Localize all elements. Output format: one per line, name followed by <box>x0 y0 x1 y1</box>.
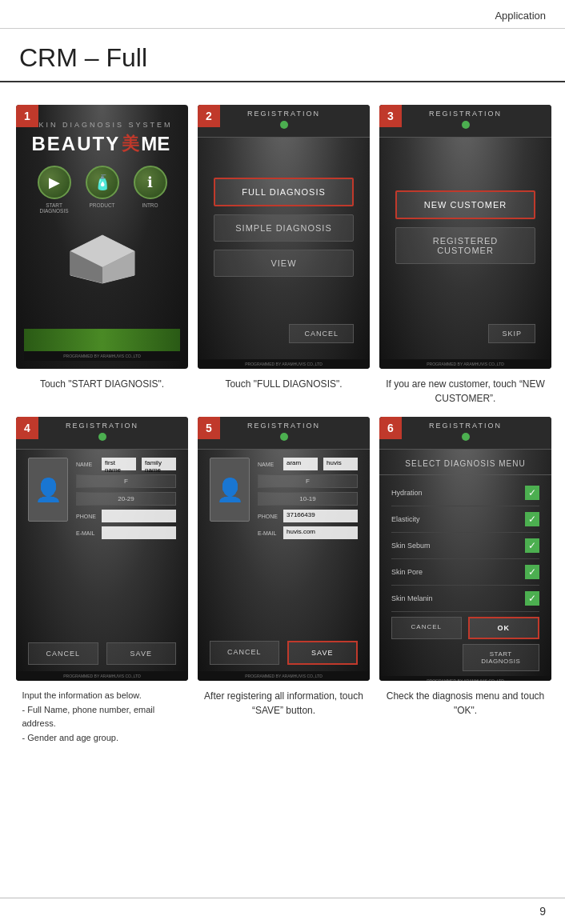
screen4-content: REGISTRATION 👤 NAME first name family na… <box>16 417 188 681</box>
programmed-6: PROGRAMMED BY ARAMHUVIS CO.,LTD <box>379 676 551 681</box>
screenshot-col-2: 2 REGISTRATION FULL DIAGNOSIS SIMPLE DIA… <box>198 105 370 406</box>
diag-ok-btn[interactable]: OK <box>468 617 540 639</box>
cancel-btn-2[interactable]: CANCEL <box>289 324 354 343</box>
chinese-char: 美 <box>122 132 139 156</box>
cube-svg <box>66 231 138 287</box>
avatar-empty: 👤 <box>28 458 68 522</box>
screen2-top-bar: REGISTRATION <box>198 105 370 138</box>
phone-row-5: PHONE 37166439 <box>258 510 358 522</box>
diagnosis-icon: ▶ <box>38 166 71 199</box>
diag-item-hydration: Hydration ✓ <box>391 480 539 506</box>
skin-diag-label: SKIN DIAGNOSIS SYSTEM <box>31 121 172 129</box>
green-dot-5 <box>280 433 288 441</box>
email-input-4[interactable] <box>102 526 176 539</box>
programmed-5: PROGRAMMED BY ARAMHUVIS CO.,LTD <box>198 671 370 681</box>
form-btns-5: CANCEL SAVE <box>198 634 370 671</box>
family-name-input-4[interactable]: family name <box>142 458 176 470</box>
caption-2: Touch "FULL DIAGNOSIS". <box>225 377 342 391</box>
screenshot-col-4: 4 REGISTRATION 👤 NAME first name <box>16 417 188 745</box>
gender-value-5: F <box>258 474 358 488</box>
first-name-input-5[interactable]: aram <box>283 458 318 470</box>
programmed-3: PROGRAMMED BY ARAMHUVIS CO.,LTD <box>379 359 551 369</box>
green-dot-4 <box>98 433 106 441</box>
cube-container <box>66 231 138 287</box>
diag-start-btn[interactable]: STARTDIAGNOSIS <box>463 644 540 671</box>
screen-4: 4 REGISTRATION 👤 NAME first name <box>16 417 188 681</box>
programmed-1: PROGRAMMED BY ARAMHUVIS CO.,LTD <box>24 351 180 361</box>
cancel-btn-4[interactable]: CANCEL <box>28 642 98 665</box>
name-label-4: NAME <box>76 462 98 467</box>
avatar-icon-5: 👤 <box>216 477 244 503</box>
me-word: ME <box>141 133 170 155</box>
family-name-input-5[interactable]: huvis <box>323 458 358 470</box>
icon-btn-product[interactable]: 🧴 PRODUCT <box>86 166 119 214</box>
menu-buttons-3: NEW CUSTOMER REGISTERED CUSTOMER <box>379 138 551 316</box>
caption-4-line1: - Full Name, phone number, email address… <box>22 705 155 729</box>
screen2-content: REGISTRATION FULL DIAGNOSIS SIMPLE DIAGN… <box>198 105 370 369</box>
screen-6: 6 REGISTRATION SELECT DIAGNOSIS MENU Hyd… <box>379 417 551 681</box>
save-btn-5[interactable]: SAVE <box>287 641 359 665</box>
step-badge-4: 4 <box>16 417 38 439</box>
step-badge-5: 5 <box>198 417 220 439</box>
cancel-area-2: CANCEL <box>198 316 370 359</box>
check-hydration[interactable]: ✓ <box>525 486 539 500</box>
skip-btn[interactable]: SKIP <box>488 324 535 343</box>
icon-btn-intro[interactable]: ℹ INTRO <box>134 166 167 214</box>
diag-btns-2: STARTDIAGNOSIS <box>379 644 551 676</box>
check-elasticity[interactable]: ✓ <box>525 512 539 526</box>
age-row-4: 20-29 <box>76 492 176 506</box>
gender-row-5: F <box>258 474 358 488</box>
diag-cancel-btn[interactable]: CANCEL <box>391 617 462 639</box>
diag-name-pore: Skin Pore <box>391 568 423 576</box>
new-customer-btn[interactable]: NEW CUSTOMER <box>395 190 535 219</box>
diag-item-pore: Skin Pore ✓ <box>391 559 539 586</box>
programmed-4: PROGRAMMED BY ARAMHUVIS CO.,LTD <box>16 671 188 681</box>
beauty-word: BEAUTY <box>31 133 120 155</box>
step-badge-2: 2 <box>198 105 220 127</box>
screenshot-col-1: 1 SKIN DIAGNOSIS SYSTEM BEAUTY 美 ME ▶ <box>16 105 188 406</box>
check-pore[interactable]: ✓ <box>525 565 539 579</box>
registered-customer-btn[interactable]: REGISTERED CUSTOMER <box>395 227 535 264</box>
diag-item-melanin: Skin Melanin ✓ <box>391 586 539 612</box>
phone-input-5[interactable]: 37166439 <box>283 510 358 522</box>
cancel-btn-5[interactable]: CANCEL <box>210 641 279 665</box>
step-badge-6: 6 <box>379 417 402 439</box>
form-fields-5: NAME aram huvis F 10-19 PHONE <box>258 458 358 626</box>
phone-input-4[interactable] <box>102 510 176 522</box>
phone-row-4: PHONE <box>76 510 176 522</box>
email-input-5[interactable]: huvis.com <box>283 526 358 539</box>
screenshots-row-top: 1 SKIN DIAGNOSIS SYSTEM BEAUTY 美 ME ▶ <box>16 105 549 406</box>
screen3-top-label: REGISTRATION <box>384 110 547 118</box>
icon-btn-diagnosis[interactable]: ▶ START DIAGNOSIS <box>38 166 71 214</box>
screenshots-row-bottom: 4 REGISTRATION 👤 NAME first name <box>16 417 549 745</box>
screen4-top-label: REGISTRATION <box>21 422 183 430</box>
email-row-4: E-MAIL <box>76 526 176 539</box>
screen4-top-bar: REGISTRATION <box>16 417 188 450</box>
form-btns-4: CANCEL SAVE <box>16 636 188 671</box>
screen5-top-bar: REGISTRATION <box>198 417 370 450</box>
form-area-5: 👤 NAME aram huvis F <box>198 450 370 634</box>
check-sebum[interactable]: ✓ <box>525 538 539 553</box>
screen6-content: REGISTRATION SELECT DIAGNOSIS MENU Hydra… <box>379 417 551 681</box>
screen-2: 2 REGISTRATION FULL DIAGNOSIS SIMPLE DIA… <box>198 105 370 369</box>
first-name-input-4[interactable]: first name <box>102 458 136 470</box>
view-btn[interactable]: VIEW <box>214 250 354 277</box>
menu-buttons-2: FULL DIAGNOSIS SIMPLE DIAGNOSIS VIEW <box>198 138 370 316</box>
screen6-top-label: REGISTRATION <box>384 422 547 430</box>
content-area: 1 SKIN DIAGNOSIS SYSTEM BEAUTY 美 ME ▶ <box>0 105 565 745</box>
caption-1: Touch "START DIAGNOSIS". <box>40 377 164 391</box>
screen-1: 1 SKIN DIAGNOSIS SYSTEM BEAUTY 美 ME ▶ <box>16 105 188 369</box>
full-diagnosis-btn[interactable]: FULL DIAGNOSIS <box>214 178 354 206</box>
screen5-top-label: REGISTRATION <box>202 422 365 430</box>
email-label-4: E-MAIL <box>76 530 98 536</box>
simple-diagnosis-btn[interactable]: SIMPLE DIAGNOSIS <box>214 214 354 242</box>
check-melanin[interactable]: ✓ <box>525 591 539 606</box>
caption-5: After registering all information, touch… <box>204 689 364 718</box>
caption-4: Input the information as below. - Full N… <box>22 689 182 745</box>
save-btn-4[interactable]: SAVE <box>106 642 177 665</box>
phone-label-5: PHONE <box>258 514 280 519</box>
form-area-4: 👤 NAME first name family name F <box>16 450 188 636</box>
screenshot-col-5: 5 REGISTRATION 👤 NAME aram <box>198 417 370 745</box>
diag-btns: CANCEL OK <box>379 612 551 644</box>
age-row-5: 10-19 <box>258 492 358 506</box>
